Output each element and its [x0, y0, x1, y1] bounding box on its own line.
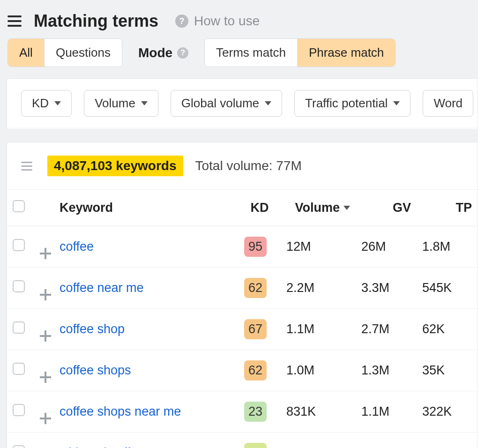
kd-badge: 62 [244, 360, 267, 381]
cell-gv: 3.3M [356, 268, 417, 309]
row-checkbox[interactable] [13, 404, 25, 416]
chevron-down-icon [54, 101, 61, 105]
keyword-link[interactable]: whipped coffee [60, 446, 144, 448]
chevron-down-icon [265, 101, 271, 105]
filter-volume-label: Volume [95, 96, 135, 111]
row-checkbox[interactable] [13, 321, 25, 334]
filter-traffic-potential[interactable]: Traffic potential [294, 90, 411, 117]
table-row: coffee near me622.2M3.3M545K [7, 268, 478, 309]
filter-global-volume-label: Global volume [181, 96, 259, 111]
tabs-row: All Questions Mode ? Terms match Phrase … [0, 38, 478, 78]
header-bar: Matching terms ? How to use [0, 0, 478, 38]
filter-volume[interactable]: Volume [84, 90, 158, 117]
tab-all[interactable]: All [8, 39, 44, 67]
th-keyword[interactable]: Keyword [54, 190, 239, 226]
cell-volume: 831K [281, 391, 356, 433]
cell-volume: 1.1M [281, 309, 356, 350]
th-volume-label: Volume [295, 201, 340, 215]
how-to-use[interactable]: ? How to use [175, 14, 260, 29]
th-kd[interactable]: KD [239, 190, 281, 226]
cell-volume: 12M [281, 226, 356, 268]
cell-tp: 62K [417, 309, 478, 350]
keyword-link[interactable]: coffee near me [60, 281, 144, 295]
results-table: Keyword KD Volume GV TP coffee9512M26M1.… [7, 190, 478, 448]
table-row: coffee shop671.1M2.7M62K [7, 309, 478, 350]
matching-terms-page: Matching terms ? How to use All Question… [0, 0, 478, 448]
tab-terms-match[interactable]: Terms match [205, 39, 297, 67]
sort-desc-icon [344, 206, 350, 210]
filter-word[interactable]: Word [423, 90, 473, 117]
table-row: coffee shops near me23831K1.1M322K [7, 391, 478, 433]
select-all-checkbox[interactable] [13, 200, 25, 212]
cell-tp: 35K [417, 350, 478, 391]
cell-tp: 322K [417, 391, 478, 433]
row-checkbox[interactable] [13, 363, 25, 375]
chevron-down-icon [141, 101, 148, 105]
results-card: 4,087,103 keywords Total volume: 77M Key… [7, 142, 478, 448]
kd-badge: 62 [244, 278, 267, 298]
tab-questions[interactable]: Questions [44, 39, 122, 67]
kd-badge: 67 [244, 319, 267, 339]
mode-label: Mode ? [138, 45, 188, 60]
cell-gv: 2.7M [356, 309, 417, 350]
table-header-row: Keyword KD Volume GV TP [7, 190, 478, 226]
summary-bar: 4,087,103 keywords Total volume: 77M [7, 142, 478, 190]
row-checkbox[interactable] [13, 239, 25, 251]
row-checkbox[interactable] [13, 280, 25, 292]
cell-tp: 98K [417, 433, 478, 448]
th-gv[interactable]: GV [356, 190, 417, 226]
filter-kd-label: KD [32, 96, 49, 111]
cell-volume: 2.2M [281, 268, 356, 309]
table-row: coffee9512M26M1.8M [7, 226, 478, 268]
filters-bar: KD Volume Global volume Traffic potentia… [7, 79, 478, 128]
kd-badge: 95 [244, 237, 267, 257]
filter-word-label: Word [433, 96, 463, 111]
cell-gv: 1.3M [356, 350, 417, 391]
cell-volume: 1.0M [281, 350, 356, 391]
question-icon: ? [175, 15, 188, 28]
keyword-link[interactable]: coffee shops [60, 363, 131, 377]
result-type-segment: All Questions [7, 38, 122, 67]
keyword-link[interactable]: coffee [60, 239, 94, 254]
table-row: coffee shops621.0M1.3M35K [7, 350, 478, 391]
filter-traffic-potential-label: Traffic potential [305, 96, 388, 111]
mode-segment: Terms match Phrase match [204, 38, 396, 67]
tab-phrase-match[interactable]: Phrase match [297, 39, 395, 67]
cell-gv: 26M [356, 226, 417, 268]
list-icon[interactable] [21, 159, 35, 173]
kd-badge: 38 [244, 443, 267, 448]
cell-gv: 1.1M [356, 391, 417, 433]
keyword-link[interactable]: coffee shop [60, 322, 125, 336]
mode-label-text: Mode [138, 45, 172, 60]
row-checkbox[interactable] [13, 445, 25, 448]
filter-kd[interactable]: KD [21, 90, 72, 117]
cell-tp: 1.8M [417, 226, 478, 268]
question-icon[interactable]: ? [177, 47, 188, 59]
filters-card: KD Volume Global volume Traffic potentia… [7, 78, 478, 130]
cell-volume: 662K [281, 433, 356, 448]
th-tp[interactable]: TP [417, 190, 478, 226]
keyword-count-pill: 4,087,103 keywords [47, 156, 183, 176]
th-volume[interactable]: Volume [281, 190, 356, 226]
kd-badge: 23 [244, 402, 267, 422]
cell-gv: 676K [356, 433, 417, 448]
keyword-link[interactable]: coffee shops near me [60, 404, 181, 418]
page-title: Matching terms [34, 11, 158, 31]
total-volume-label: Total volume: 77M [195, 158, 302, 173]
cell-tp: 545K [417, 268, 478, 309]
chevron-down-icon [393, 101, 400, 105]
menu-icon[interactable] [7, 13, 24, 30]
filter-global-volume[interactable]: Global volume [171, 90, 282, 117]
how-to-use-label: How to use [194, 14, 260, 29]
table-row: whipped coffee38662K676K98K [7, 433, 478, 448]
